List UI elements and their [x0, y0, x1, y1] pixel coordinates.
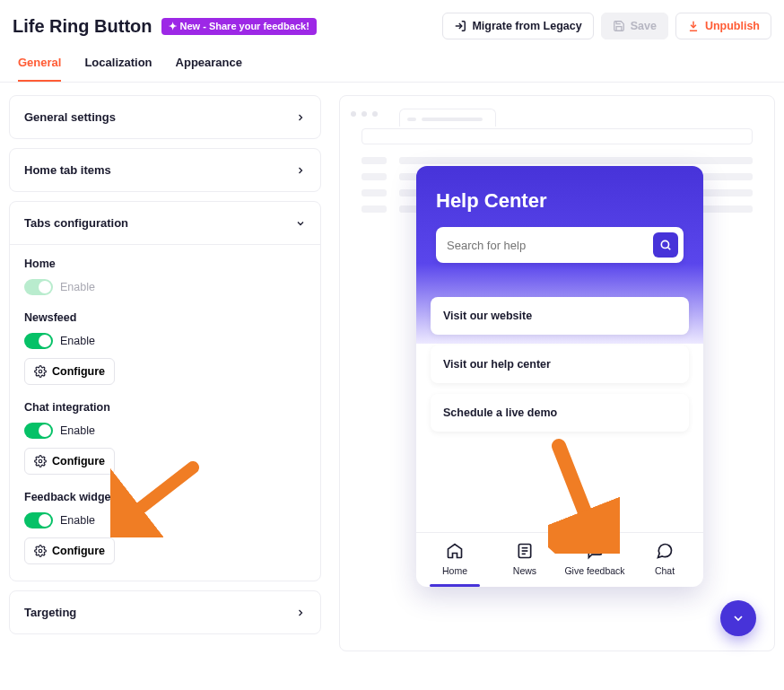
- toggle-home-label: Enable: [60, 281, 95, 293]
- search-input[interactable]: [447, 239, 646, 252]
- migrate-label: Migrate from Legacy: [472, 20, 581, 32]
- sparkle-icon: ✦: [169, 21, 177, 32]
- config-feedback-label: Feedback widget: [24, 491, 306, 503]
- fake-browser-tab: [399, 109, 496, 127]
- feedback-pill-label: New - Share your feedback!: [180, 21, 309, 31]
- toggle-feedback[interactable]: [24, 512, 53, 528]
- page-title: Life Ring Button: [13, 16, 152, 37]
- widget-tab-news[interactable]: News: [492, 542, 557, 581]
- download-icon: [687, 20, 700, 32]
- search-button[interactable]: [653, 232, 678, 258]
- configure-label: Configure: [52, 545, 105, 557]
- link-schedule-demo[interactable]: Schedule a live demo: [431, 394, 689, 432]
- config-newsfeed-label: Newsfeed: [24, 311, 306, 324]
- gear-icon: [34, 455, 47, 467]
- unpublish-button[interactable]: Unpublish: [675, 13, 771, 39]
- widget-tab-home[interactable]: Home: [422, 542, 487, 581]
- save-icon: [613, 20, 625, 32]
- configure-label: Configure: [52, 455, 105, 467]
- svg-point-4: [39, 459, 42, 463]
- main-tabs: General Localization Appearance: [0, 47, 784, 83]
- widget-tab-feedback[interactable]: Give feedback: [562, 542, 627, 581]
- config-home: Home Enable: [24, 258, 306, 295]
- config-feedback: Feedback widget Enable Configure: [24, 491, 306, 564]
- widget-tabs: Home News Give feedback Chat: [416, 532, 703, 587]
- link-visit-website[interactable]: Visit our website: [431, 297, 689, 335]
- fake-url-bar: [362, 128, 753, 144]
- unpublish-label: Unpublish: [705, 20, 760, 32]
- home-icon: [446, 542, 464, 560]
- chevron-right-icon: [295, 112, 306, 123]
- toggle-newsfeed-label: Enable: [60, 335, 95, 347]
- widget-title: Help Center: [436, 189, 684, 213]
- configure-chat-button[interactable]: Configure: [24, 448, 115, 475]
- news-icon: [516, 542, 534, 560]
- section-general-settings[interactable]: General settings: [10, 96, 320, 138]
- save-button: Save: [601, 13, 668, 39]
- config-chat-label: Chat integration: [24, 401, 306, 414]
- svg-point-7: [661, 240, 668, 248]
- toggle-newsfeed[interactable]: [24, 333, 53, 349]
- section-title: Tabs configuration: [24, 216, 128, 230]
- config-chat: Chat integration Enable Configure: [24, 401, 306, 475]
- link-visit-helpcenter[interactable]: Visit our help center: [431, 345, 689, 383]
- preview-frame: Help Center Visit our website Visit our …: [339, 95, 775, 651]
- section-title: Targeting: [24, 606, 76, 619]
- tab-appearance[interactable]: Appearance: [176, 47, 242, 82]
- widget-tab-label: News: [513, 565, 536, 576]
- svg-point-3: [39, 370, 42, 373]
- toggle-chat-label: Enable: [60, 424, 95, 437]
- browser-bar: [351, 105, 763, 123]
- help-center-widget: Help Center Visit our website Visit our …: [416, 166, 703, 587]
- tab-general[interactable]: General: [18, 47, 61, 82]
- toggle-chat[interactable]: [24, 423, 53, 439]
- configure-newsfeed-button[interactable]: Configure: [24, 358, 115, 385]
- section-tabs-config[interactable]: Tabs configuration: [10, 202, 320, 245]
- widget-search[interactable]: [436, 227, 684, 263]
- widget-tab-label: Chat: [655, 565, 675, 576]
- feedback-pill[interactable]: ✦ New - Share your feedback!: [161, 18, 317, 35]
- svg-point-5: [39, 549, 42, 553]
- svg-line-8: [668, 248, 671, 250]
- chevron-right-icon: [295, 165, 306, 176]
- config-home-label: Home: [24, 258, 306, 270]
- feedback-icon: [586, 542, 604, 560]
- section-targeting[interactable]: Targeting: [10, 591, 320, 633]
- toggle-home: [24, 279, 53, 295]
- widget-fab[interactable]: [720, 600, 756, 636]
- widget-tab-chat[interactable]: Chat: [632, 542, 697, 581]
- save-label: Save: [631, 20, 657, 32]
- gear-icon: [34, 365, 47, 378]
- toggle-feedback-label: Enable: [60, 514, 95, 527]
- config-newsfeed: Newsfeed Enable Configure: [24, 311, 306, 385]
- configure-feedback-button[interactable]: Configure: [24, 537, 115, 564]
- chevron-right-icon: [295, 607, 306, 618]
- gear-icon: [34, 545, 47, 557]
- section-title: General settings: [24, 110, 116, 124]
- login-icon: [454, 20, 466, 32]
- search-icon: [659, 239, 672, 251]
- tab-localization[interactable]: Localization: [84, 47, 152, 82]
- migrate-button[interactable]: Migrate from Legacy: [442, 13, 593, 39]
- section-home-tab-items[interactable]: Home tab items: [10, 149, 320, 191]
- widget-tab-label: Give feedback: [564, 565, 624, 576]
- chat-icon: [656, 542, 674, 560]
- widget-tab-label: Home: [442, 565, 467, 576]
- chevron-down-icon: [295, 218, 306, 229]
- chevron-down-icon: [731, 611, 745, 625]
- section-title: Home tab items: [24, 163, 111, 177]
- configure-label: Configure: [52, 365, 105, 378]
